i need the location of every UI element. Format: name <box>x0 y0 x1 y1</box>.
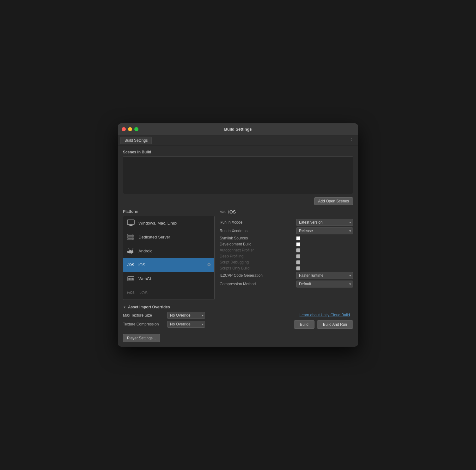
cloud-build-link[interactable]: Learn about Unity Cloud Build <box>300 313 350 317</box>
platform-item-ios[interactable]: iOS iOS ⚙ <box>123 258 214 272</box>
texture-compression-select[interactable]: No Override Uncompressed Compressed <box>167 321 205 328</box>
compression-method-dropdown[interactable]: Default LZ4 LZ4HC <box>296 281 353 288</box>
il2cpp-label: IL2CPP Code Generation <box>220 273 293 278</box>
platform-list: Windows, Mac, Linux <box>123 216 215 300</box>
scripts-only-build-checkbox-cell <box>296 266 353 270</box>
symlink-sources-label: Symlink Sources <box>220 236 293 240</box>
ios-panel-header: iOS iOS <box>220 209 353 214</box>
collapse-arrow-icon: ▼ <box>123 306 126 309</box>
platform-item-android[interactable]: Android <box>123 244 214 258</box>
svg-point-7 <box>132 237 133 238</box>
deep-profiling-checkbox[interactable] <box>296 254 300 258</box>
build-settings-tab[interactable]: Build Settings <box>120 137 152 144</box>
switch-platform-icon: ⚙ <box>207 262 211 267</box>
symlink-sources-checkbox-cell <box>296 236 353 240</box>
ios-panel-title: iOS <box>228 209 236 214</box>
svg-rect-1 <box>130 225 132 226</box>
max-texture-row: Max Texture Size No Override 3264128 256… <box>123 312 215 319</box>
svg-point-10 <box>131 250 132 251</box>
run-in-xcode-dropdown[interactable]: Latest version Xcode 14 Xcode 13 <box>296 219 353 226</box>
svg-point-6 <box>132 235 133 235</box>
platform-name-tvos: tvOS <box>138 290 211 295</box>
development-build-checkbox-cell <box>296 242 353 246</box>
server-icon <box>126 232 135 241</box>
main-area: Platform Windows, Mac, Linux <box>123 209 353 330</box>
compression-method-label: Compression Method <box>220 282 293 286</box>
svg-line-12 <box>132 248 133 249</box>
add-open-scenes-button[interactable]: Add Open Scenes <box>314 197 353 205</box>
max-texture-dropdown[interactable]: No Override 3264128 2565121024 <box>167 312 205 319</box>
scripts-only-build-label: Scripts Only Build <box>220 266 293 270</box>
svg-rect-13 <box>127 251 128 253</box>
ios-platform-icon: iOS <box>126 260 135 269</box>
traffic-lights <box>122 127 138 131</box>
script-debugging-checkbox[interactable] <box>296 260 300 264</box>
tab-more-button[interactable]: ⋮ <box>347 137 356 143</box>
svg-rect-0 <box>127 220 134 225</box>
asset-import-overrides: ▼ Asset Import Overrides Max Texture Siz… <box>123 305 215 328</box>
minimize-button[interactable] <box>128 127 132 131</box>
svg-point-9 <box>130 250 130 251</box>
platform-name-dedicated-server: Dedicated Server <box>138 235 211 239</box>
platform-name-webgl: WebGL <box>138 276 211 281</box>
il2cpp-dropdown[interactable]: Faster runtime Faster (smaller) builds <box>296 272 353 279</box>
svg-line-11 <box>129 248 129 249</box>
platform-name-ios: iOS <box>138 263 204 267</box>
autoconnect-profiler-label: Autoconnect Profiler <box>220 248 293 252</box>
title-bar: Build Settings <box>118 123 358 135</box>
build-settings-window: Build Settings Build Settings ⋮ Scenes I… <box>118 123 358 347</box>
autoconnect-profiler-checkbox-cell <box>296 248 353 252</box>
window-title: Build Settings <box>224 127 252 132</box>
asset-overrides-title: Asset Import Overrides <box>128 305 170 309</box>
svg-text:5: 5 <box>131 277 133 281</box>
platform-name-windows: Windows, Mac, Linux <box>138 221 211 226</box>
deep-profiling-checkbox-cell <box>296 254 353 258</box>
platform-label: Platform <box>123 209 215 214</box>
autoconnect-profiler-checkbox[interactable] <box>296 248 300 252</box>
svg-point-8 <box>132 239 133 239</box>
texture-compression-dropdown[interactable]: No Override Uncompressed Compressed <box>167 321 205 328</box>
script-debugging-label: Script Debugging <box>220 260 293 264</box>
deep-profiling-label: Deep Profiling <box>220 254 293 258</box>
platform-item-tvos[interactable]: tvOS tvOS <box>123 286 214 300</box>
platform-item-windows[interactable]: Windows, Mac, Linux <box>123 216 214 230</box>
monitor-icon <box>126 219 135 227</box>
platform-item-webgl[interactable]: HTML 5 5 WebGL <box>123 272 214 286</box>
symlink-sources-checkbox[interactable] <box>296 236 300 240</box>
max-texture-select[interactable]: No Override 3264128 2565121024 <box>167 312 205 319</box>
player-settings-button[interactable]: Player Settings... <box>123 334 160 342</box>
run-in-xcode-as-select[interactable]: Release Debug <box>296 227 353 234</box>
run-in-xcode-label: Run in Xcode <box>220 220 293 225</box>
main-content: Scenes In Build Add Open Scenes Platform <box>118 145 358 347</box>
ios-right-panel: iOS iOS Run in Xcode Latest version Xcod… <box>220 209 353 330</box>
scripts-only-build-checkbox[interactable] <box>296 266 300 270</box>
compression-method-select[interactable]: Default LZ4 LZ4HC <box>296 281 353 288</box>
run-in-xcode-as-dropdown[interactable]: Release Debug <box>296 227 353 234</box>
scenes-label: Scenes In Build <box>123 150 353 154</box>
texture-compression-row: Texture Compression No Override Uncompre… <box>123 321 215 328</box>
platform-panel: Platform Windows, Mac, Linux <box>123 209 215 330</box>
tab-bar: Build Settings ⋮ <box>118 135 358 145</box>
tvos-icon: tvOS <box>126 288 135 297</box>
scenes-box <box>123 156 353 194</box>
texture-compression-label: Texture Compression <box>123 322 164 326</box>
close-button[interactable] <box>122 127 126 131</box>
asset-overrides-header[interactable]: ▼ Asset Import Overrides <box>123 305 215 309</box>
platform-item-dedicated-server[interactable]: Dedicated Server <box>123 230 214 244</box>
max-texture-label: Max Texture Size <box>123 313 164 318</box>
svg-rect-15 <box>130 253 131 254</box>
development-build-checkbox[interactable] <box>296 242 300 246</box>
build-and-run-button[interactable]: Build And Run <box>317 320 353 329</box>
run-in-xcode-select[interactable]: Latest version Xcode 14 Xcode 13 <box>296 219 353 226</box>
ios-logo-text: iOS <box>220 210 226 214</box>
svg-rect-16 <box>131 253 132 254</box>
svg-rect-2 <box>129 226 133 226</box>
bottom-bar: Player Settings... <box>123 334 353 342</box>
platform-name-android: Android <box>138 249 211 253</box>
android-icon <box>126 246 135 255</box>
maximize-button[interactable] <box>134 127 138 131</box>
build-button[interactable]: Build <box>294 320 314 329</box>
il2cpp-select[interactable]: Faster runtime Faster (smaller) builds <box>296 272 353 279</box>
add-open-scenes-row: Add Open Scenes <box>123 197 353 205</box>
script-debugging-checkbox-cell <box>296 260 353 264</box>
